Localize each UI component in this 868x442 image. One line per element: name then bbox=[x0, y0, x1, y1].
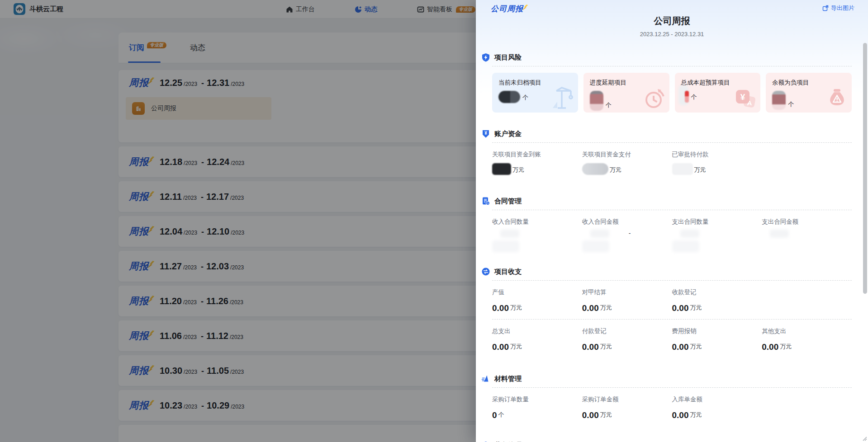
redacted-value bbox=[492, 163, 511, 175]
redacted-value bbox=[772, 91, 786, 110]
stat-label: 费用报销 bbox=[672, 327, 762, 335]
risk-card-negative-balance: 余额为负项目 个 bbox=[766, 73, 852, 113]
dashed-divider bbox=[492, 66, 852, 66]
risk-card-over-budget: 总成本超预算项目 个 A ¥ bbox=[675, 73, 761, 113]
funds-values: 万元 万元 万元 bbox=[492, 162, 852, 175]
resize-corner-icon bbox=[863, 437, 867, 441]
stat-label: 关联项目资金支付 bbox=[582, 150, 672, 159]
weekly-report-drawer: 公司周报 导出图片 公司周报 2023.12.25 - 2023.12.31 项… bbox=[476, 0, 868, 442]
redacted-value bbox=[685, 91, 689, 103]
exchange-icon bbox=[481, 267, 490, 276]
stat-label: 收入合同数量 bbox=[492, 218, 582, 226]
redacted-value bbox=[590, 91, 603, 111]
redacted-value bbox=[492, 240, 519, 252]
dashed-divider bbox=[492, 319, 852, 320]
funds-labels: 关联项目资金到账 关联项目资金支付 已审批待付款 bbox=[492, 150, 852, 159]
dashed-divider bbox=[492, 210, 852, 210]
balance-row1-labels: 产值 对甲结算 收款登记 bbox=[492, 288, 852, 296]
section-material-management: 材料管理 采购订单数量 采购订单金额 入库单金额 0个 0.00万元 0.00万… bbox=[492, 374, 852, 420]
redacted-value bbox=[672, 163, 693, 175]
drawer-scrollbar-thumb[interactable] bbox=[863, 43, 867, 294]
section-contract-management: 合同管理 收入合同数量 收入合同金额 支出合同数量 支出合同金额 - bbox=[492, 197, 852, 253]
dashed-divider bbox=[492, 387, 852, 388]
balance-row2-labels: 总支出 付款登记 费用报销 其他支出 bbox=[492, 327, 852, 335]
section-heading: 账户资金 bbox=[494, 130, 522, 138]
balance-row2-values: 0.00万元 0.00万元 0.00万元 0.00万元 bbox=[492, 339, 852, 352]
stat-label: 付款登记 bbox=[582, 327, 672, 335]
section-account-funds: ¥ 账户资金 关联项目资金到账 关联项目资金支付 已审批待付款 万元 万元 万元 bbox=[492, 129, 852, 175]
stat-label: 总支出 bbox=[492, 327, 582, 335]
material-pile-icon bbox=[481, 374, 490, 383]
redacted-value bbox=[770, 230, 789, 238]
dashed-divider bbox=[492, 142, 852, 143]
contract-doc-icon bbox=[481, 197, 490, 206]
drawer-title: 公司周报 bbox=[492, 0, 852, 27]
stat-label: 对甲结算 bbox=[582, 288, 672, 296]
contract-values: - bbox=[492, 230, 852, 253]
stat-label: 入库单金额 bbox=[672, 395, 762, 404]
section-heading: 项目收支 bbox=[494, 268, 522, 276]
section-project-balance: 项目收支 产值 对甲结算 收款登记 0.00万元 0.00万元 0.00万元 总… bbox=[492, 267, 852, 352]
balance-row1-values: 0.00万元 0.00万元 0.00万元 bbox=[492, 300, 852, 313]
redacted-value bbox=[672, 240, 699, 252]
redacted-value bbox=[582, 163, 608, 175]
redacted-value bbox=[498, 91, 520, 103]
section-heading: 项目风险 bbox=[494, 53, 522, 62]
contract-labels: 收入合同数量 收入合同金额 支出合同数量 支出合同金额 bbox=[492, 218, 852, 226]
risk-card-grid: 当前未归档项目 个 进度延期项目 个 bbox=[492, 73, 852, 113]
stat-label: 采购订单数量 bbox=[492, 395, 582, 404]
svg-text:¥: ¥ bbox=[484, 131, 487, 136]
stat-label: 收款登记 bbox=[672, 288, 762, 296]
stat-label: 支出合同数量 bbox=[672, 218, 762, 226]
stat-label: 采购订单金额 bbox=[582, 395, 672, 404]
drawer-date-range: 2023.12.25 - 2023.12.31 bbox=[492, 31, 852, 38]
section-heading: 材料管理 bbox=[494, 375, 522, 383]
risk-card-unarchived: 当前未归档项目 个 bbox=[492, 73, 578, 113]
material-labels: 采购订单数量 采购订单金额 入库单金额 bbox=[492, 395, 852, 404]
stat-label: 其他支出 bbox=[762, 327, 852, 335]
dashed-divider bbox=[492, 280, 852, 281]
stat-label: 产值 bbox=[492, 288, 582, 296]
stat-label: 已审批待付款 bbox=[672, 150, 762, 159]
material-values: 0个 0.00万元 0.00万元 bbox=[492, 407, 852, 420]
risk-card-delayed: 进度延期项目 个 bbox=[583, 73, 669, 113]
stat-label: 收入合同金额 bbox=[582, 218, 672, 226]
stat-label: 关联项目资金到账 bbox=[492, 150, 582, 159]
stat-label: 支出合同金额 bbox=[762, 218, 852, 226]
section-heading: 合同管理 bbox=[494, 197, 522, 206]
section-project-risk: 项目风险 当前未归档项目 个 进 bbox=[492, 53, 852, 113]
redacted-value bbox=[590, 230, 609, 238]
shield-bolt-icon bbox=[481, 53, 490, 62]
redacted-value bbox=[582, 240, 609, 252]
redacted-value bbox=[680, 230, 699, 238]
redacted-value bbox=[500, 230, 519, 238]
funds-tag-icon: ¥ bbox=[481, 129, 490, 138]
